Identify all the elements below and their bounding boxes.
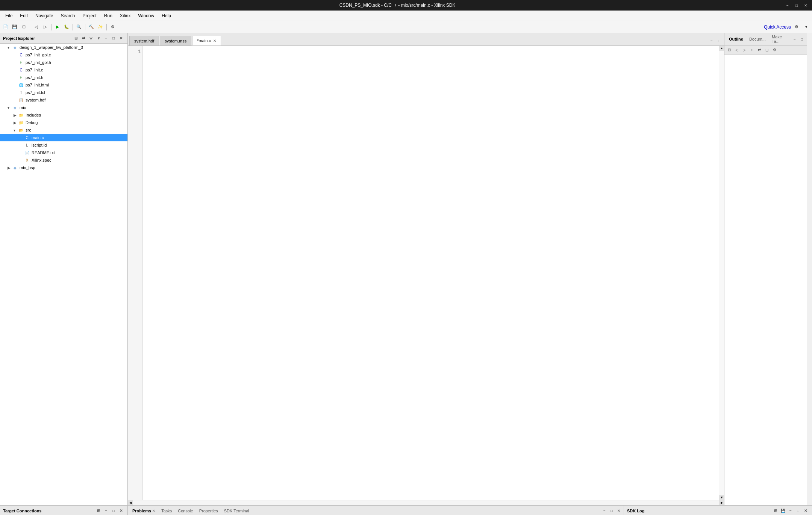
tree-item-main-c[interactable]: C main.c	[0, 134, 127, 141]
editor-minimize-icon[interactable]: −	[708, 37, 715, 44]
tree-item-src[interactable]: ▾ 📂 src	[0, 126, 127, 134]
outline-hide-icon[interactable]: ◻	[764, 47, 770, 53]
tab-problems[interactable]: Problems ✕	[129, 507, 158, 515]
close-panel-icon[interactable]: ✕	[118, 35, 124, 42]
debug-btn[interactable]: 🐛	[62, 23, 71, 31]
save-all-btn[interactable]: ⊞	[20, 23, 28, 31]
tree-item-mio-bsp[interactable]: ▶ ◈ mio_bsp	[0, 164, 127, 171]
tab-maketargets[interactable]: Make Ta...	[769, 33, 791, 45]
tc-minimize-icon[interactable]: −	[103, 507, 109, 514]
minimize-button[interactable]: −	[784, 2, 791, 9]
outline-link-icon[interactable]: ⇄	[756, 47, 763, 53]
outline-minimize-icon[interactable]: −	[791, 36, 798, 42]
maximize-button[interactable]: □	[793, 2, 800, 9]
right-gutter	[807, 33, 812, 505]
tab-close-icon[interactable]: ✕	[213, 39, 216, 43]
tc-maximize-icon[interactable]: □	[110, 507, 117, 514]
code-area: 1 ▲ ▼	[128, 46, 724, 500]
menu-edit[interactable]: Edit	[16, 12, 32, 20]
menu-bar: File Edit Navigate Search Project Run Xi…	[0, 11, 812, 21]
menu-project[interactable]: Project	[79, 12, 100, 20]
outline-back-icon[interactable]: ◁	[733, 47, 740, 53]
scroll-right-btn[interactable]: ▶	[719, 500, 724, 506]
tab-outline[interactable]: Outline	[726, 35, 746, 43]
tree-item-system-hdf[interactable]: 📋 system.hdf	[0, 96, 127, 104]
menu-file[interactable]: File	[2, 12, 16, 20]
tree-item-ps7-init-html[interactable]: 🌐 ps7_init.html	[0, 81, 127, 89]
tab-main-c[interactable]: *main.c ✕	[192, 36, 221, 45]
tree-label: Xilinx.spec	[32, 158, 52, 162]
code-editor[interactable]	[143, 46, 719, 500]
tab-label: system.hdf	[134, 39, 154, 43]
menu-run[interactable]: Run	[100, 12, 116, 20]
tree-item-debug[interactable]: ▶ 📁 Debug	[0, 119, 127, 126]
tree-item-ps7-init-h[interactable]: H ps7_init.h	[0, 74, 127, 81]
sdklog-close-icon[interactable]: ✕	[802, 507, 809, 514]
editor-vscrollbar[interactable]: ▲ ▼	[719, 46, 724, 500]
menu-window[interactable]: Window	[135, 12, 158, 20]
tab-properties[interactable]: Properties	[196, 507, 221, 515]
save-btn[interactable]: 💾	[11, 23, 19, 31]
menu-help[interactable]: Help	[158, 12, 175, 20]
collapse-all-icon[interactable]: ⊟	[73, 35, 79, 42]
editor-area: system.hdf system.mss *main.c ✕ − □ 1	[128, 33, 724, 505]
editor-maximize-icon[interactable]: □	[716, 37, 723, 44]
tab-document[interactable]: Docum...	[746, 35, 769, 43]
bottom-close-icon[interactable]: ✕	[615, 507, 622, 514]
outline-sort-icon[interactable]: ↕	[748, 47, 755, 53]
tree-item-ps7-init-c[interactable]: C ps7_init.c	[0, 66, 127, 74]
forward-btn[interactable]: ▷	[41, 23, 49, 31]
bottom-minimize-icon[interactable]: −	[601, 507, 608, 514]
back-btn[interactable]: ◁	[32, 23, 40, 31]
settings-btn[interactable]: ⚙	[109, 23, 117, 31]
menu-search[interactable]: Search	[57, 12, 79, 20]
quick-access-menu[interactable]: ▾	[802, 23, 810, 31]
scroll-left-btn[interactable]: ◀	[128, 500, 133, 506]
new-btn[interactable]: 📄	[2, 23, 10, 31]
minimize-icon[interactable]: −	[103, 35, 109, 42]
tab-console[interactable]: Console	[175, 507, 196, 515]
quick-access-settings[interactable]: ⚙	[792, 23, 801, 31]
tc-close-icon[interactable]: ✕	[118, 507, 124, 514]
tree-item-lscript[interactable]: L lscript.ld	[0, 141, 127, 149]
tree-item-includes[interactable]: ▶ 📁 Includes	[0, 111, 127, 119]
sdklog-maximize-icon[interactable]: □	[795, 507, 801, 514]
tree-item-ps7-gpl-h[interactable]: H ps7_init_gpl.h	[0, 59, 127, 66]
outline-collapse-icon[interactable]: ⊟	[726, 47, 733, 53]
tree-item-design-wrapper[interactable]: ▾ ◈ design_1_wrapper_hw_platform_0	[0, 44, 127, 51]
tree-item-ps7-init-tcl[interactable]: T ps7_init.tcl	[0, 89, 127, 96]
sdklog-minimize-icon[interactable]: −	[787, 507, 794, 514]
tree-item-ps7-gpl-c[interactable]: C ps7_init_gpl.c	[0, 51, 127, 59]
project-tree[interactable]: ▾ ◈ design_1_wrapper_hw_platform_0 C ps7…	[0, 44, 127, 505]
tab-system-mss[interactable]: system.mss	[160, 36, 191, 45]
tree-item-mio[interactable]: ▾ ◈ mio	[0, 104, 127, 111]
outline-maximize-icon[interactable]: □	[798, 36, 805, 42]
scroll-up-btn[interactable]: ▲	[719, 46, 724, 51]
close-button[interactable]: ✕	[802, 2, 809, 9]
tree-label: ps7_init.h	[26, 75, 43, 80]
scroll-down-btn[interactable]: ▼	[719, 495, 724, 500]
tab-system-hdf[interactable]: system.hdf	[129, 36, 159, 45]
run-btn[interactable]: ▶	[53, 23, 62, 31]
search-btn[interactable]: 🔍	[75, 23, 83, 31]
bottom-maximize-icon[interactable]: □	[608, 507, 615, 514]
filter-icon[interactable]: ▽	[88, 35, 94, 42]
maximize-icon[interactable]: □	[110, 35, 117, 42]
tab-sdk-terminal[interactable]: SDK Terminal	[221, 507, 252, 515]
editor-hscrollbar[interactable]: ◀ ▶	[128, 500, 724, 505]
outline-settings-icon[interactable]: ⚙	[771, 47, 778, 53]
tree-item-readme[interactable]: 📄 README.txt	[0, 149, 127, 156]
build-btn[interactable]: 🔨	[87, 23, 95, 31]
menu-icon[interactable]: ▾	[95, 35, 102, 42]
tab-tasks[interactable]: Tasks	[158, 507, 175, 515]
outline-forward-icon[interactable]: ▷	[741, 47, 748, 53]
sdklog-save-icon[interactable]: 💾	[780, 507, 786, 514]
problems-close-icon[interactable]: ✕	[152, 509, 155, 513]
tc-new-icon[interactable]: ⊞	[95, 507, 102, 514]
menu-navigate[interactable]: Navigate	[32, 12, 57, 20]
sdklog-new-icon[interactable]: ⊞	[772, 507, 779, 514]
link-editor-icon[interactable]: ⇄	[80, 35, 87, 42]
clean-btn[interactable]: ✨	[96, 23, 105, 31]
menu-xilinx[interactable]: Xilinx	[116, 12, 135, 20]
tree-item-xilinx-spec[interactable]: X Xilinx.spec	[0, 156, 127, 164]
